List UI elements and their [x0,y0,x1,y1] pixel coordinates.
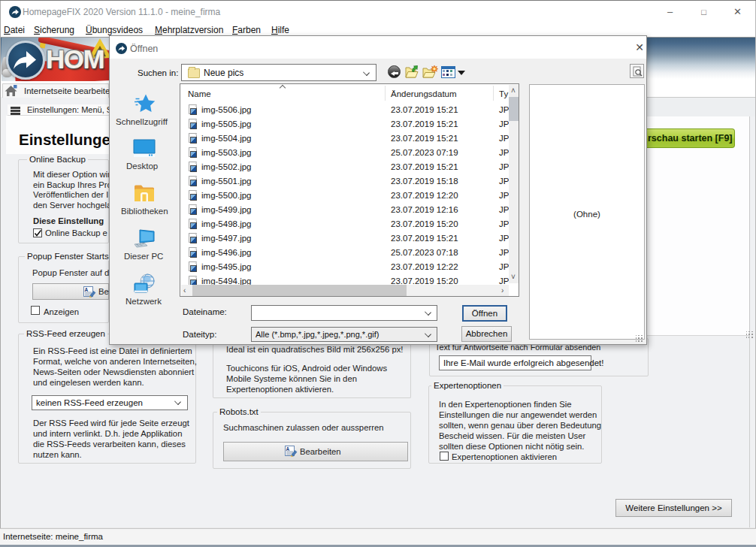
svg-text:A: A [286,446,290,452]
svg-text:A: A [85,287,89,292]
